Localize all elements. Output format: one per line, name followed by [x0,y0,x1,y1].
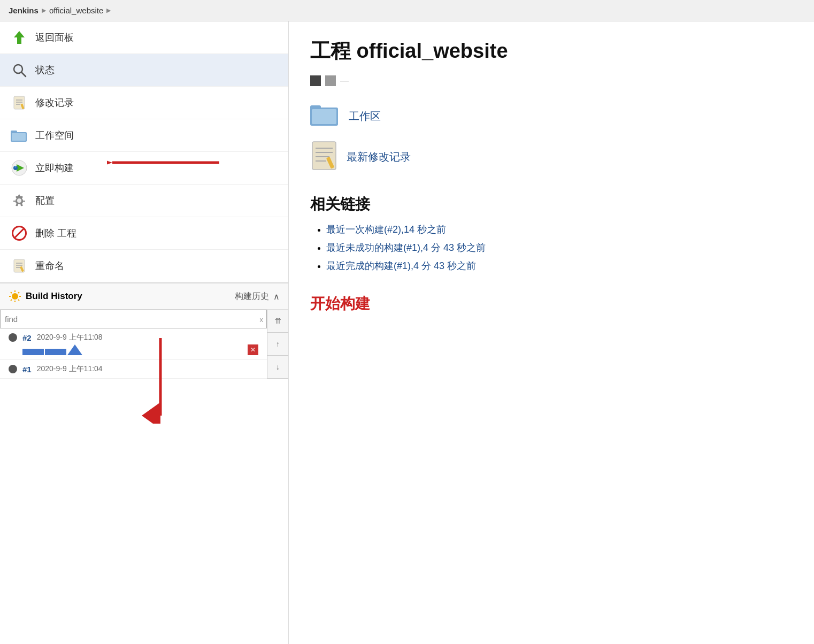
build-number-2-link[interactable]: #2 [22,333,32,342]
related-link-2[interactable]: 最近未成功的构建(#1),4 分 43 秒之前 [326,242,486,253]
build-progress-bars-2 [22,344,258,355]
related-title: 相关链接 [310,194,793,214]
sidebar-item-status[interactable]: 状态 [0,54,288,87]
find-clear-button[interactable]: x [260,315,264,323]
find-input[interactable] [1,310,266,328]
sidebar: 返回面板 状态 修改记录 [0,21,289,644]
svg-line-30 [18,292,19,293]
status-icon-gray [325,75,336,86]
scroll-top-button[interactable]: ⇈ [267,310,288,333]
notepad-icon [11,94,28,111]
content-area: 工程 official_website — 工作区 [289,21,814,644]
sidebar-item-workspace-label: 工作空间 [35,129,74,142]
scroll-up-button[interactable]: ↑ [267,333,288,356]
build-history-left: Build History [9,290,82,303]
build-delete-btn-2[interactable]: ✕ [248,344,258,355]
status-icons: — [310,75,793,86]
sidebar-item-delete[interactable]: 删除 工程 [0,217,288,250]
sidebar-item-status-label: 状态 [35,64,55,76]
start-build-text: 开始构建 [310,294,793,314]
build-row-2-main: #2 2020-9-9 上午11:08 [9,333,258,342]
svg-point-23 [12,293,18,300]
build-row-1-main: #1 2020-9-9 上午11:04 [9,364,258,374]
page-title: 工程 official_website [310,37,793,65]
svg-point-17 [17,198,21,203]
build-number-1-link[interactable]: #1 [22,365,32,374]
build-history-label-zh: 构建历史 [235,291,269,302]
build-history-body: x #2 2020-9-9 上午11:08 [0,310,288,379]
svg-line-31 [11,300,12,301]
gear-icon [11,192,28,209]
related-link-1[interactable]: 最近一次构建(#2),14 秒之前 [326,224,446,235]
scroll-down-button[interactable]: ↓ [267,356,288,379]
no-symbol-icon [11,225,28,242]
find-input-container: x [0,310,267,328]
sidebar-item-changes-label: 修改记录 [35,96,74,109]
sidebar-item-configure-label: 配置 [35,194,55,207]
svg-line-29 [18,300,19,301]
build-history-sun-icon [9,290,21,303]
breadcrumb-sep2: ▶ [106,7,111,14]
breadcrumb-sep1: ▶ [42,7,46,14]
breadcrumb-bar: Jenkins ▶ official_website ▶ [0,0,814,21]
svg-line-28 [11,292,12,293]
build-history-section: Build History 构建历史 ∧ x [0,282,288,379]
sidebar-item-delete-label: 删除 工程 [35,227,76,240]
status-icon-dark [310,75,321,86]
sidebar-item-build-now[interactable]: 立即构建 [0,152,288,185]
bar-2 [45,349,66,355]
breadcrumb-jenkins[interactable]: Jenkins [9,6,39,15]
build-date-1: 2020-9-9 上午11:04 [37,364,103,374]
sidebar-item-configure[interactable]: 配置 [0,185,288,217]
build-history-header: Build History 构建历史 ∧ [0,283,288,310]
build-status-ball-1 [9,365,17,373]
svg-rect-36 [312,109,336,124]
scroll-buttons: ⇈ ↑ ↓ [267,310,288,379]
svg-rect-10 [12,133,26,141]
sidebar-item-rename-label: 重命名 [35,259,64,272]
sidebar-item-build-now-label: 立即构建 [35,162,74,174]
related-link-item-3: 最近完成的构建(#1),4 分 43 秒之前 [326,259,793,272]
related-link-3[interactable]: 最近完成的构建(#1),4 分 43 秒之前 [326,260,476,271]
svg-line-2 [21,72,26,76]
build-row-1: #1 2020-9-9 上午11:04 [0,360,267,379]
sidebar-item-workspace[interactable]: 工作空间 [0,119,288,152]
build-history-right: 构建历史 ∧ [235,291,280,302]
changes-link[interactable]: 最新修改记录 [347,150,411,164]
build-status-ball-2 [9,333,17,342]
workspace-link[interactable]: 工作区 [349,109,381,124]
up-arrow-green-icon [11,29,28,46]
related-links: 相关链接 最近一次构建(#2),14 秒之前 最近未成功的构建(#1),4 分 … [310,194,793,272]
build-date-2: 2020-9-9 上午11:08 [37,333,103,342]
folder-icon [310,102,340,130]
main-layout: 返回面板 状态 修改记录 [0,21,814,644]
build-now-icon [11,159,28,177]
notepad-large-icon [310,141,338,173]
content-links: 工作区 最新修改记录 [310,102,793,173]
status-separator: — [340,76,349,86]
workspace-link-item: 工作区 [310,102,793,130]
magnifier-icon [11,62,28,79]
rename-icon [11,257,28,274]
sidebar-item-back-label: 返回面板 [35,31,74,44]
changes-link-item: 最新修改记录 [310,141,793,173]
breadcrumb-project[interactable]: official_website [49,6,103,15]
bar-1 [22,349,44,355]
build-history-collapse-icon[interactable]: ∧ [273,292,280,302]
related-link-item-2: 最近未成功的构建(#1),4 分 43 秒之前 [326,241,793,254]
svg-marker-0 [14,31,25,44]
sidebar-item-changes[interactable]: 修改记录 [0,87,288,119]
build-history-list: x #2 2020-9-9 上午11:08 [0,310,267,379]
bar-triangle [67,344,82,355]
svg-rect-35 [310,105,321,110]
build-row-2: #2 2020-9-9 上午11:08 [0,328,267,360]
related-links-list: 最近一次构建(#2),14 秒之前 最近未成功的构建(#1),4 分 43 秒之… [310,223,793,272]
related-link-item-1: 最近一次构建(#2),14 秒之前 [326,223,793,236]
sidebar-item-back[interactable]: 返回面板 [0,21,288,54]
build-history-label: Build History [26,291,82,302]
folder-blue-icon [11,127,28,144]
sidebar-item-rename[interactable]: 重命名 [0,250,288,282]
